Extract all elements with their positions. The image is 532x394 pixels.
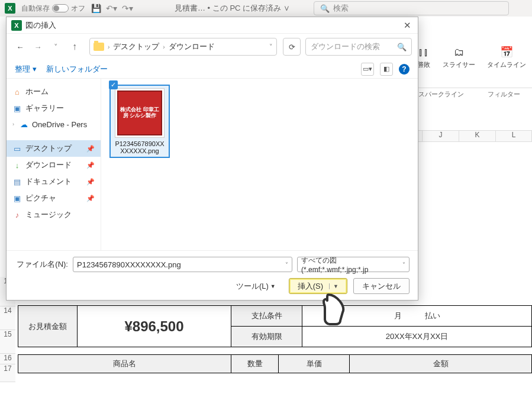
nav-onedrive-label: OneDrive - Pers xyxy=(32,120,87,129)
desktop-icon: ▭ xyxy=(12,144,22,153)
view-thumbnails-button[interactable]: ▭▾ xyxy=(361,63,374,76)
row-header[interactable]: 17 xyxy=(0,364,15,382)
th-product: 商品名 xyxy=(18,355,231,373)
filter-value: すべての図 (*.emf;*.wmf;*.jpg;*.jp xyxy=(301,256,402,274)
search-icon: 🔍 xyxy=(320,4,330,13)
autosave-state: オフ xyxy=(71,4,85,14)
chevron-down-icon[interactable]: ˅ xyxy=(269,43,273,51)
nav-back-button[interactable]: ← xyxy=(12,39,28,54)
search-placeholder: 検索 xyxy=(333,3,349,14)
pictures-icon: ▣ xyxy=(12,193,22,203)
check-icon: ✓ xyxy=(109,80,118,89)
dialog-app-icon: X xyxy=(11,20,22,31)
ribbon-timeline[interactable]: 📅 タイムライン xyxy=(487,45,526,69)
breadcrumb-item[interactable]: ダウンロード xyxy=(169,41,215,52)
nav-home-label: ホーム xyxy=(25,86,49,97)
nav-music[interactable]: ♪ミュージック xyxy=(7,206,101,223)
cloud-icon: ☁ xyxy=(19,120,28,129)
validity-value: 20XX年XX月XX日 xyxy=(302,327,531,347)
gallery-icon: ▣ xyxy=(12,104,22,113)
file-item-selected[interactable]: ✓ 株式会社 印章工房 シルシ製作 P1234567890XXXXXXXX.pn… xyxy=(109,85,170,158)
cancel-label: キャンセル xyxy=(362,281,401,292)
search-icon: 🔍 xyxy=(397,43,407,51)
row-header[interactable]: 15 xyxy=(0,330,15,354)
nav-onedrive[interactable]: ›☁OneDrive - Pers xyxy=(7,117,101,132)
th-qty: 数量 xyxy=(231,355,279,373)
new-folder-button[interactable]: 新しいフォルダー xyxy=(46,64,108,75)
ribbon-winloss[interactable]: ⫿⫿ 勝敗 xyxy=(417,45,431,69)
insert-dropdown[interactable]: ▼ xyxy=(329,283,338,289)
quote-amount-label: お見積金額 xyxy=(18,306,78,347)
nav-up-button[interactable]: ↑ xyxy=(66,41,83,52)
address-bar[interactable]: › デスクトップ › ダウンロード ˅ xyxy=(89,38,277,56)
download-icon: ↓ xyxy=(12,160,22,170)
chevron-down-icon: ▼ xyxy=(270,283,276,289)
chevron-down-icon[interactable]: ˅ xyxy=(402,261,405,268)
autosave-toggle[interactable]: 自動保存 オフ xyxy=(21,4,85,14)
document-title[interactable]: 見積書… • この PC に保存済み ∨ xyxy=(175,3,290,14)
document-icon: ▤ xyxy=(12,177,22,186)
excel-app-icon: X xyxy=(5,3,15,14)
music-icon: ♪ xyxy=(12,210,22,219)
nav-pictures[interactable]: ▣ピクチャ📌 xyxy=(7,190,101,206)
file-type-filter[interactable]: すべての図 (*.emf;*.wmf;*.jpg;*.jp ˅ xyxy=(297,257,410,272)
tools-menu[interactable]: ツール(L)▼ xyxy=(236,281,276,292)
ribbon-slicer[interactable]: 🗂 スライサー xyxy=(443,45,475,69)
breadcrumb-item[interactable]: デスクトップ xyxy=(113,41,159,52)
column-header[interactable]: J xyxy=(422,130,459,142)
quote-summary-table: お見積金額 ¥896,500 支払条件 有効期限 月 払い 20XX年XX月XX… xyxy=(18,305,532,347)
nav-desktop[interactable]: ▭デスクトップ📌 xyxy=(7,140,101,157)
row-header[interactable]: 16 xyxy=(0,354,15,364)
nav-documents-label: ドキュメント xyxy=(25,176,72,187)
ribbon-winloss-label: 勝敗 xyxy=(417,60,430,69)
file-list[interactable]: ✓ 株式会社 印章工房 シルシ製作 P1234567890XXXXXXXX.pn… xyxy=(101,79,418,250)
undo-icon[interactable]: ↶▾ xyxy=(106,4,117,13)
ribbon-group-filters: フィルター xyxy=(476,88,532,101)
refresh-button[interactable]: ⟳ xyxy=(283,38,301,56)
column-header[interactable]: L xyxy=(495,130,532,142)
chevron-right-icon: › xyxy=(162,44,166,50)
search-box[interactable]: 🔍 検索 xyxy=(314,1,509,15)
ribbon-timeline-label: タイムライン xyxy=(487,60,526,69)
nav-downloads-label: ダウンロード xyxy=(25,160,72,170)
ribbon-slicer-label: スライサー xyxy=(443,60,475,69)
column-header[interactable]: K xyxy=(459,130,495,142)
nav-gallery[interactable]: ▣ギャラリー xyxy=(7,100,101,117)
tools-label: ツール(L) xyxy=(236,281,269,292)
close-button[interactable]: ✕ xyxy=(401,20,413,31)
insert-label: 挿入(S) xyxy=(298,281,323,292)
payment-terms-label: 支払条件 xyxy=(231,306,302,327)
payment-terms-value: 月 払い xyxy=(302,306,531,327)
folder-search-placeholder: ダウンロードの検索 xyxy=(311,41,380,52)
qat: 💾 ↶▾ ↷▾ xyxy=(91,4,133,13)
autosave-label: 自動保存 xyxy=(21,4,50,14)
save-icon[interactable]: 💾 xyxy=(91,4,101,13)
chevron-down-icon[interactable]: ˅ xyxy=(285,261,288,268)
validity-label: 有効期限 xyxy=(231,327,302,347)
nav-recent-button[interactable]: ˅ xyxy=(48,39,63,54)
file-thumbnail: 株式会社 印章工房 シルシ製作 xyxy=(115,88,165,138)
slicer-icon: 🗂 xyxy=(452,45,466,59)
file-name-label: P1234567890XXXXXXXX.png xyxy=(113,140,166,154)
nav-downloads[interactable]: ↓ダウンロード📌 xyxy=(7,157,101,173)
preview-pane-button[interactable]: ◧ xyxy=(380,63,393,76)
items-table-header: 商品名 数量 単価 金額 xyxy=(18,354,532,373)
filename-input[interactable]: P1234567890XXXXXXXX.png ˅ xyxy=(73,257,292,272)
pin-icon: 📌 xyxy=(86,178,95,186)
cancel-button[interactable]: キャンセル xyxy=(353,278,410,294)
dialog-title: 図の挿入 xyxy=(25,20,56,31)
redo-icon[interactable]: ↷▾ xyxy=(122,4,133,13)
insert-button[interactable]: 挿入(S) ▼ xyxy=(289,278,347,294)
th-amount: 金額 xyxy=(350,355,531,373)
nav-music-label: ミュージック xyxy=(25,209,72,220)
help-button[interactable]: ? xyxy=(399,64,410,75)
navigation-pane: ⌂ホーム ▣ギャラリー ›☁OneDrive - Pers ▭デスクトップ📌 ↓… xyxy=(7,79,101,250)
organize-menu[interactable]: 整理 ▾ xyxy=(15,64,37,75)
nav-forward-button[interactable]: → xyxy=(30,39,46,54)
stamp-image: 株式会社 印章工房 シルシ製作 xyxy=(117,91,162,135)
folder-search-input[interactable]: ダウンロードの検索 🔍 xyxy=(305,38,412,56)
row-header[interactable]: 14 xyxy=(0,306,15,330)
nav-home[interactable]: ⌂ホーム xyxy=(7,83,101,100)
autosave-switch[interactable] xyxy=(52,4,69,12)
nav-documents[interactable]: ▤ドキュメント📌 xyxy=(7,173,101,190)
